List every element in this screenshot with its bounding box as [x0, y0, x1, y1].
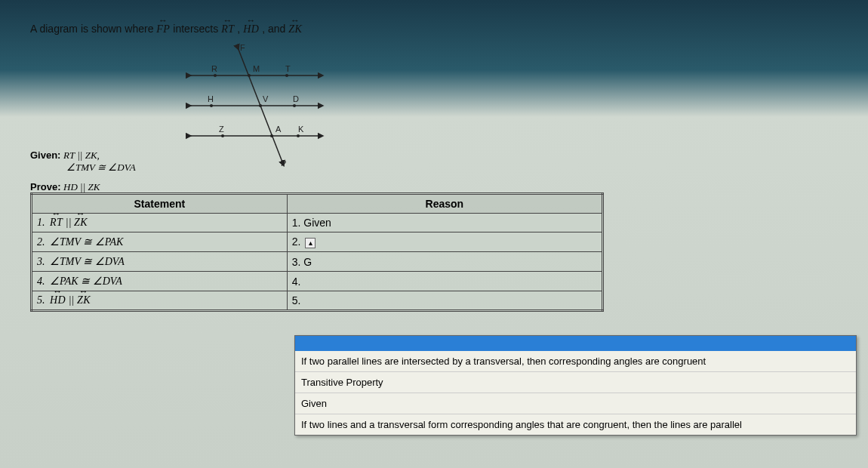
label-v: V — [263, 94, 268, 103]
problem-intro: A diagram is shown where FP intersects R… — [30, 23, 853, 35]
label-t: T — [285, 64, 291, 73]
svg-point-12 — [270, 134, 273, 137]
label-f: F — [240, 43, 245, 52]
dropdown-icon[interactable]: ▴ — [305, 238, 315, 248]
label-z: Z — [219, 125, 224, 134]
label-m: M — [253, 64, 260, 73]
reason-cell[interactable]: 1. Given — [287, 214, 602, 232]
label-d: D — [293, 94, 299, 103]
intro-mid1: intersects — [173, 23, 221, 35]
reason-cell[interactable]: 4. — [287, 272, 602, 291]
table-row: 2. TMVPAK 2.▴ — [32, 232, 603, 252]
prove-label: Prove: — [30, 181, 60, 192]
label-r: R — [211, 64, 217, 73]
given-prove-block: Given: RT || ZK, TMVDVA Prove: HD || ZK — [30, 149, 136, 193]
svg-point-11 — [297, 134, 300, 137]
svg-point-9 — [259, 104, 262, 107]
label-a: A — [275, 125, 281, 134]
intro-comma1: , — [237, 23, 243, 35]
given-line2: TMVDVA — [66, 162, 136, 173]
dropdown-option[interactable]: If two lines and a transversal form corr… — [295, 414, 856, 435]
label-h: H — [208, 94, 214, 103]
dropdown-option[interactable]: Given — [295, 393, 856, 414]
given-line1: RT || ZK, — [63, 149, 100, 161]
geometry-diagram: F P R M T H V D Z A K — [166, 42, 347, 170]
table-row: 3. TMVDVA 3. G — [32, 252, 603, 272]
diagram-svg — [166, 42, 347, 170]
reason-cell[interactable]: 5. — [287, 291, 602, 311]
proof-table: Statement Reason 1. RT || ZK 1. Given 2.… — [30, 192, 604, 312]
line-fp: FP — [156, 23, 170, 35]
reason-cell[interactable]: 2.▴ — [287, 232, 602, 252]
line-rt: RT — [221, 23, 234, 35]
svg-point-10 — [221, 134, 224, 137]
dropdown-option[interactable]: Transitive Property — [295, 372, 856, 393]
svg-point-5 — [285, 74, 288, 77]
prove-text: HD || ZK — [63, 181, 100, 192]
header-reason: Reason — [287, 194, 602, 214]
given-label: Given: — [30, 149, 60, 161]
table-row: 1. RT || ZK 1. Given — [32, 214, 603, 232]
line-zk: ZK — [288, 23, 302, 35]
label-p: P — [281, 159, 286, 168]
svg-point-7 — [210, 104, 213, 107]
intro-comma2: , and — [262, 23, 288, 35]
svg-point-8 — [293, 104, 296, 107]
header-statement: Statement — [32, 194, 288, 214]
reason-cell[interactable]: 3. G — [287, 252, 602, 272]
table-row: 4. PAKDVA 4. — [32, 272, 603, 291]
svg-point-4 — [214, 74, 217, 77]
svg-point-6 — [248, 74, 251, 77]
dropdown-option[interactable]: If two parallel lines are intersected by… — [295, 351, 856, 372]
line-hd: HD — [243, 23, 259, 35]
label-k: K — [298, 125, 303, 134]
intro-prefix: A diagram is shown where — [30, 23, 156, 35]
reason-dropdown[interactable]: If two parallel lines are intersected by… — [294, 335, 857, 436]
dropdown-option-selected[interactable] — [295, 336, 856, 351]
table-row: 5. HD || ZK 5. — [32, 291, 603, 311]
